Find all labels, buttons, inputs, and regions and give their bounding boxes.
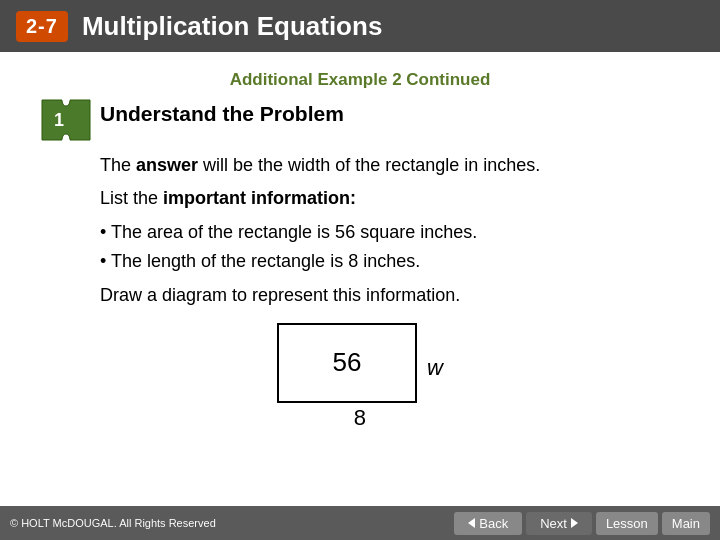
paragraph1-bold: answer xyxy=(136,155,198,175)
main-content: Additional Example 2 Continued 1 Underst… xyxy=(0,52,720,449)
width-label: w xyxy=(427,355,443,381)
paragraph2: List the important information: xyxy=(100,185,680,212)
footer: © HOLT McDOUGAL. All Rights Reserved Bac… xyxy=(0,506,720,540)
next-button[interactable]: Next xyxy=(526,512,592,535)
length-row: 8 xyxy=(290,405,430,431)
paragraph2-bold: important information: xyxy=(163,188,356,208)
header-badge: 2-7 xyxy=(16,11,68,42)
rectangle-box: 56 xyxy=(277,323,417,403)
lesson-button[interactable]: Lesson xyxy=(596,512,658,535)
svg-text:1: 1 xyxy=(54,110,64,130)
header-title: Multiplication Equations xyxy=(82,11,382,42)
paragraph1-post: will be the width of the rectangle in in… xyxy=(198,155,540,175)
header-bar: 2-7 Multiplication Equations xyxy=(0,0,720,52)
bullet-item-1: The area of the rectangle is 56 square i… xyxy=(100,218,680,247)
step-heading: Understand the Problem xyxy=(100,100,344,127)
footer-buttons: Back Next Lesson Main xyxy=(454,512,710,535)
paragraph1: The answer will be the width of the rect… xyxy=(100,152,680,179)
next-arrow-icon xyxy=(571,518,578,528)
area-value: 56 xyxy=(333,347,362,378)
length-label: 8 xyxy=(354,405,366,431)
back-arrow-icon xyxy=(468,518,475,528)
draw-text: Draw a diagram to represent this informa… xyxy=(100,282,680,309)
footer-copyright: © HOLT McDOUGAL. All Rights Reserved xyxy=(10,517,216,529)
diagram-area: 56 w 8 xyxy=(40,323,680,431)
bullet-list: The area of the rectangle is 56 square i… xyxy=(100,218,680,276)
step-row: 1 Understand the Problem xyxy=(40,100,680,142)
paragraph2-pre: List the xyxy=(100,188,163,208)
subtitle: Additional Example 2 Continued xyxy=(40,70,680,90)
main-button[interactable]: Main xyxy=(662,512,710,535)
step-icon: 1 xyxy=(40,98,92,142)
paragraph1-pre: The xyxy=(100,155,136,175)
back-button[interactable]: Back xyxy=(454,512,522,535)
bullet-item-2: The length of the rectangle is 8 inches. xyxy=(100,247,680,276)
